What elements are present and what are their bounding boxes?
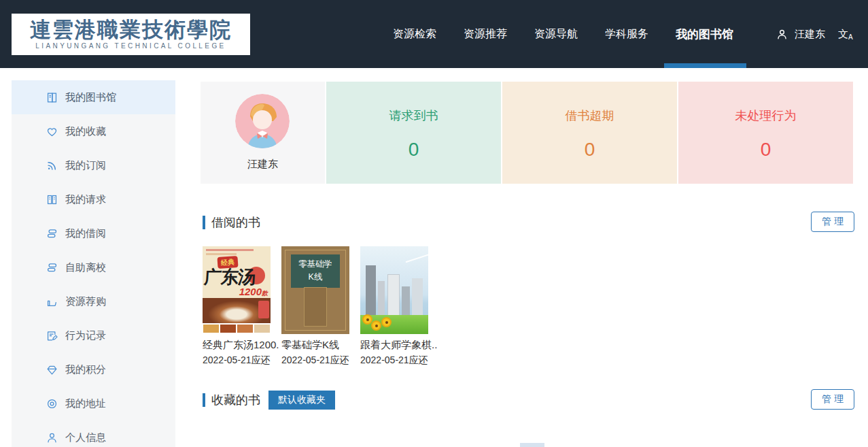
user-name: 汪建东 — [795, 28, 825, 41]
rss-icon — [46, 159, 58, 172]
sidebar-item-my-points[interactable]: 我的积分 — [12, 352, 175, 386]
cover-number-text: 1200款 — [239, 286, 268, 298]
default-favorites-folder-button[interactable]: 默认收藏夹 — [268, 391, 335, 410]
cover-decoration — [406, 253, 428, 263]
college-logo-en: LIANYUNGANG TECHNICAL COLLEGE — [35, 42, 226, 50]
favorites-section-header: 收藏的书 — [203, 392, 260, 408]
sidebar-item-resource-purchase[interactable]: 资源荐购 — [12, 284, 175, 318]
main-nav: 资源检索 资源推荐 资源导航 学科服务 我的图书馆 — [393, 0, 733, 68]
nav-subject-service[interactable]: 学科服务 — [605, 27, 648, 42]
book-item-chess[interactable]: 跟着大师学象棋.... 2022-05-21应还 — [360, 246, 428, 367]
sidebar-item-my-library[interactable]: 我的图书馆 — [12, 80, 175, 114]
bottom-partial-element — [520, 443, 544, 447]
borrowed-manage-button[interactable]: 管 理 — [811, 212, 854, 232]
heart-icon — [46, 125, 58, 138]
borrowed-books-row: 经典 广东汤 1200款 经典广东汤1200... 2022-05-21应还 零… — [203, 246, 439, 367]
request-shelf-icon — [46, 193, 58, 206]
book-due-date: 2022-05-21应还 — [203, 354, 271, 367]
book-due-date: 2022-05-21应还 — [360, 354, 428, 367]
cover-sunflower — [381, 317, 392, 327]
book-title[interactable]: 经典广东汤1200... — [203, 339, 279, 352]
favorites-section-title: 收藏的书 — [211, 392, 260, 408]
college-logo[interactable]: 連雲港職業技術學院 LIANYUNGANG TECHNICAL COLLEGE — [12, 14, 250, 55]
cover-building — [366, 265, 376, 316]
top-header: 連雲港職業技術學院 LIANYUNGANG TECHNICAL COLLEGE … — [0, 0, 868, 68]
nav-resource-guide[interactable]: 资源导航 — [534, 27, 578, 42]
stat-label: 请求到书 — [326, 107, 501, 124]
person-icon — [46, 431, 58, 444]
book-due-date: 2022-05-21应还 — [281, 354, 349, 367]
stat-card-requests-arrived[interactable]: 请求到书 0 — [326, 82, 501, 184]
stat-value: 0 — [502, 139, 677, 161]
library-icon — [46, 91, 58, 104]
stat-value: 0 — [326, 139, 501, 161]
sidebar-item-my-favorites[interactable]: 我的收藏 — [12, 114, 175, 148]
books-stack-icon — [46, 227, 58, 240]
book-title[interactable]: 跟着大师学象棋.... — [360, 339, 437, 352]
books-stack-icon — [46, 261, 58, 274]
book-cover-chess[interactable] — [360, 246, 428, 334]
cover-building — [387, 274, 400, 316]
thumbs-up-icon — [46, 295, 58, 308]
stat-card-overdue-loans[interactable]: 借书超期 0 — [502, 82, 677, 184]
book-item-kline[interactable]: 零基础学 K线 零基础学K线 2022-05-21应还 — [281, 246, 349, 367]
sidebar-item-my-requests[interactable]: 我的请求 — [12, 182, 175, 216]
profile-name: 汪建东 — [201, 158, 325, 171]
user-menu[interactable]: 汪建东 — [776, 0, 825, 68]
stat-label: 未处理行为 — [678, 107, 853, 124]
location-target-icon — [46, 397, 58, 410]
nav-resource-search[interactable]: 资源检索 — [393, 27, 436, 42]
sidebar-item-activity-log[interactable]: 行为记录 — [12, 318, 175, 352]
sidebar-item-personal-info[interactable]: 个人信息 — [12, 420, 175, 447]
cover-decoration — [304, 287, 327, 327]
section-accent-bar — [203, 216, 205, 229]
sidebar-item-my-loans[interactable]: 我的借阅 — [12, 216, 175, 250]
avatar — [235, 94, 290, 148]
book-item-soup[interactable]: 经典 广东汤 1200款 经典广东汤1200... 2022-05-21应还 — [203, 246, 271, 367]
book-cover-soup[interactable]: 经典 广东汤 1200款 — [203, 246, 271, 334]
favorites-manage-button[interactable]: 管 理 — [811, 389, 854, 410]
sidebar-item-my-address[interactable]: 我的地址 — [12, 386, 175, 420]
profile-card: 汪建东 — [201, 82, 325, 184]
sidebar-item-self-checkout[interactable]: 自助离校 — [12, 250, 175, 284]
stat-value: 0 — [678, 139, 853, 161]
cover-red-tag — [258, 301, 269, 318]
active-nav-underline — [664, 63, 746, 68]
cover-building — [402, 286, 410, 316]
stat-card-unhandled-actions[interactable]: 未处理行为 0 — [678, 82, 853, 184]
sidebar: 我的图书馆 我的收藏 我的订阅 我的请求 我的借阅 自助离校 资源荐购 — [12, 80, 175, 447]
record-edit-icon — [46, 329, 58, 342]
stat-label: 借书超期 — [502, 107, 677, 124]
borrowed-section-title: 借阅的书 — [211, 214, 260, 231]
nav-my-library[interactable]: 我的图书馆 — [676, 27, 733, 42]
language-switch-icon[interactable]: 文A — [838, 0, 853, 68]
book-title[interactable]: 零基础学K线 — [281, 339, 358, 352]
user-icon — [776, 28, 788, 41]
college-logo-cn: 連雲港職業技術學院 — [30, 19, 232, 40]
sidebar-item-my-subscriptions[interactable]: 我的订阅 — [12, 148, 175, 182]
cover-decoration — [206, 249, 254, 251]
cover-photo-strip — [203, 323, 271, 334]
cover-sunflower — [371, 320, 381, 331]
cover-title-text: 零基础学 K线 — [291, 254, 340, 288]
nav-resource-recommend[interactable]: 资源推荐 — [464, 27, 507, 42]
gem-icon — [46, 363, 58, 376]
book-cover-kline[interactable]: 零基础学 K线 — [281, 246, 349, 334]
cover-building — [412, 278, 423, 316]
section-accent-bar — [203, 393, 205, 407]
borrowed-section-header: 借阅的书 — [203, 214, 260, 231]
cover-building — [378, 281, 385, 316]
cover-decoration — [206, 253, 237, 255]
